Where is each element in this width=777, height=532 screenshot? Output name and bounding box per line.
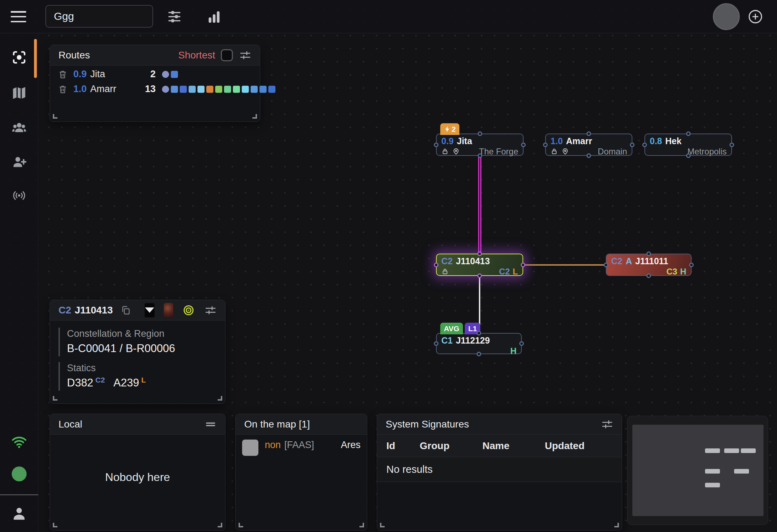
connection-handle[interactable] (519, 341, 524, 346)
connection-handle[interactable] (630, 142, 635, 147)
system-node-j111011[interactable]: C2AJ111011 C3H (606, 254, 692, 276)
signatures-header[interactable]: System Signatures (377, 414, 622, 435)
pilot-row[interactable]: non [FAAS] Ares (236, 435, 367, 461)
connection-handle[interactable] (477, 273, 482, 278)
system-node-amarr[interactable]: 1.0Amarr Domain (545, 134, 632, 156)
system-info-header[interactable]: C2 J110413 (50, 300, 225, 321)
route-jump-dot (197, 86, 205, 93)
resize-handle[interactable] (359, 523, 364, 527)
signatures-settings-icon[interactable] (601, 418, 613, 430)
connection-handle[interactable] (730, 142, 734, 147)
sidebar-divider (0, 494, 38, 495)
connection-handle[interactable] (521, 142, 526, 147)
route-jump-dot (242, 86, 249, 93)
wormhole-class: C2 (611, 256, 622, 266)
system-name: J111011 (635, 256, 668, 266)
system-node-jita[interactable]: 2 0.9Jita The Forge (436, 134, 524, 156)
activity-chart-icon[interactable] (205, 7, 223, 26)
sov-rank-button[interactable] (145, 303, 155, 317)
profile-icon[interactable] (10, 504, 28, 523)
connection-handle[interactable] (686, 153, 691, 158)
route-security: 1.0 (73, 84, 87, 95)
local-menu-icon[interactable] (205, 418, 217, 430)
user-avatar[interactable] (713, 3, 740, 30)
routes-panel-header[interactable]: Routes Shortest (50, 45, 260, 66)
security-status: 1.0 (550, 136, 563, 146)
routes-panel: Routes Shortest 0.9 Jita 2 (50, 45, 260, 122)
signatures-column-headers[interactable]: Id Group Name Updated (377, 435, 622, 457)
delete-route-icon[interactable] (58, 84, 68, 94)
resize-handle[interactable] (53, 523, 57, 527)
connection-handle[interactable] (477, 352, 481, 356)
add-icon[interactable] (746, 7, 765, 26)
connection-handle[interactable] (642, 142, 647, 147)
connection-handle[interactable] (686, 131, 691, 136)
resize-handle[interactable] (380, 523, 385, 527)
connection-handle[interactable] (647, 273, 651, 278)
broadcast-icon[interactable] (8, 186, 30, 205)
connection-handle[interactable] (434, 142, 438, 147)
route-row-amarr[interactable]: 1.0 Amarr 13 (50, 80, 260, 95)
resize-handle[interactable] (218, 396, 222, 401)
minimap-viewport[interactable] (632, 425, 764, 516)
delete-route-icon[interactable] (58, 69, 68, 79)
minimap-panel[interactable] (627, 416, 768, 525)
constellation-region-section: Constellation & Region B-C00041 / B-R000… (58, 328, 217, 356)
location-pin-icon (452, 148, 460, 155)
column-group[interactable]: Group (420, 440, 482, 452)
menu-icon[interactable] (11, 10, 26, 24)
resize-handle[interactable] (53, 114, 57, 119)
route-row-jita[interactable]: 0.9 Jita 2 (50, 66, 260, 80)
connection-handle[interactable] (477, 153, 482, 158)
system-node-j110413[interactable]: C2J110413 C2L (436, 254, 523, 276)
shortest-checkbox[interactable] (221, 49, 233, 61)
local-empty-state: Nobody here (50, 435, 225, 520)
characters-icon[interactable] (10, 119, 28, 137)
local-panel-header[interactable]: Local (50, 414, 225, 435)
map-icon[interactable] (10, 84, 28, 102)
local-panel: Local Nobody here (50, 414, 225, 531)
add-character-icon[interactable] (10, 153, 28, 171)
route-jump-count: 13 (145, 84, 156, 95)
online-status-indicator (10, 465, 28, 483)
system-node-j112129[interactable]: AVG L1 C1J112129 H (436, 333, 522, 354)
column-updated[interactable]: Updated (545, 440, 585, 452)
connection-handle[interactable] (587, 131, 591, 136)
resize-handle[interactable] (252, 114, 257, 119)
connection-handle[interactable] (543, 142, 548, 147)
on-the-map-title: On the map [1] (244, 419, 310, 430)
map-select[interactable]: Ggg (45, 5, 153, 28)
on-the-map-header[interactable]: On the map [1] (236, 414, 367, 435)
system-node-hek[interactable]: 0.8Hek Metropolis (644, 134, 732, 156)
pilot-avatar (242, 440, 258, 456)
connection-handle[interactable] (689, 262, 694, 267)
connection-handle[interactable] (434, 262, 438, 267)
column-id[interactable]: Id (386, 440, 420, 452)
resize-handle[interactable] (614, 523, 619, 527)
connection-handle[interactable] (647, 251, 651, 256)
column-name[interactable]: Name (482, 440, 545, 452)
faction-portrait[interactable] (164, 303, 173, 318)
route-jump-dot (162, 86, 169, 93)
routes-settings-icon[interactable] (239, 49, 251, 61)
system-tag: A (626, 256, 632, 266)
connection-handle[interactable] (604, 262, 608, 267)
connection-handle[interactable] (587, 153, 591, 158)
connection-handle[interactable] (477, 331, 481, 335)
info-settings-icon[interactable] (205, 304, 217, 316)
pilot-ship: Ares (341, 440, 360, 451)
avg-activity-badge: AVG (440, 323, 463, 334)
map-settings-icon[interactable] (165, 7, 184, 26)
resize-handle[interactable] (239, 523, 243, 527)
resize-handle[interactable] (53, 396, 57, 401)
connection-handle[interactable] (477, 131, 482, 136)
locate-target-icon[interactable] (183, 304, 195, 316)
connection-handle[interactable] (521, 262, 525, 267)
map-canvas[interactable]: 2 0.9Jita The Forge 1.0Amarr Dom (38, 33, 777, 532)
resize-handle[interactable] (218, 523, 222, 527)
route-jump-dot (224, 86, 231, 93)
focus-system-icon[interactable] (10, 48, 28, 67)
connection-handle[interactable] (477, 251, 482, 256)
copy-icon[interactable] (121, 305, 131, 316)
connection-handle[interactable] (434, 341, 438, 346)
